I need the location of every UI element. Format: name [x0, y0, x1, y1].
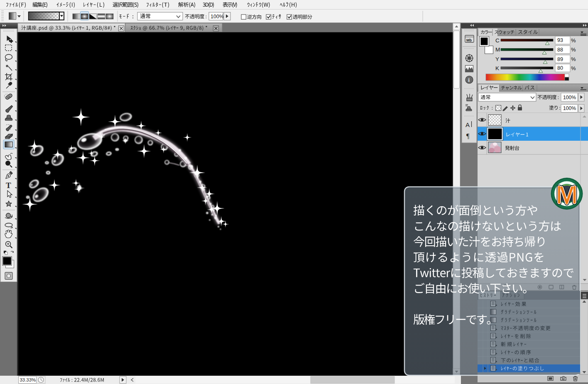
svg-text:33.33%: 33.33%	[20, 377, 36, 382]
svg-text:80: 80	[557, 65, 563, 71]
svg-text:K: K	[495, 65, 499, 71]
svg-text:100%: 100%	[211, 14, 224, 20]
svg-text:A: A	[466, 121, 470, 128]
svg-text:Y: Y	[495, 56, 499, 62]
svg-text:T: T	[6, 181, 11, 190]
svg-text:%: %	[571, 37, 576, 44]
svg-text:%: %	[571, 65, 576, 71]
svg-text:100%: 100%	[563, 95, 576, 100]
svg-text:C: C	[495, 37, 500, 44]
svg-text:¶: ¶	[466, 132, 470, 139]
svg-text:88: 88	[557, 47, 563, 53]
svg-text:89: 89	[557, 56, 563, 62]
svg-text:%: %	[571, 56, 576, 62]
svg-text:%: %	[571, 46, 576, 53]
svg-text:Mb: Mb	[466, 38, 472, 42]
svg-text:93: 93	[557, 37, 563, 43]
svg-text:M: M	[495, 46, 500, 53]
svg-text:100%: 100%	[563, 105, 576, 111]
